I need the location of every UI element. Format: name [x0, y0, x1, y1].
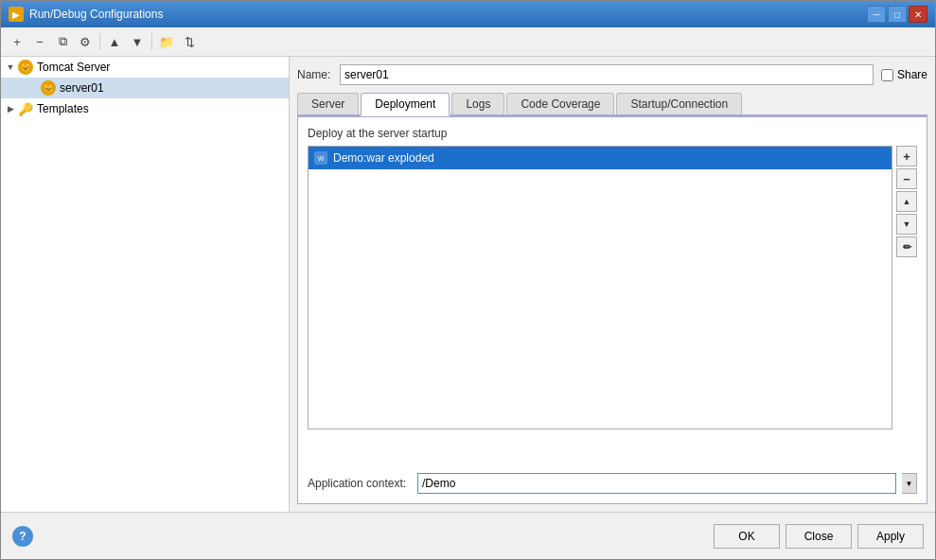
tab-deployment[interactable]: Deployment: [361, 93, 450, 116]
tomcat-arrow: ▼: [5, 61, 16, 73]
tab-server[interactable]: Server: [297, 93, 359, 114]
share-label: Share: [897, 68, 927, 81]
restore-button[interactable]: □: [888, 6, 907, 23]
deploy-item-0[interactable]: W Demo:war exploded: [309, 147, 892, 169]
templates-label: Templates: [37, 102, 89, 115]
separator-2: [151, 33, 152, 50]
main-content: ▼ 🐱 Tomcat Server 🐱 server01 ▶ 🔑 Templat…: [1, 57, 935, 512]
share-checkbox[interactable]: [881, 69, 893, 81]
app-context-dropdown[interactable]: ▼: [902, 473, 917, 494]
toolbar: + − ⧉ ⚙ ▲ ▼ 📁 ⇅: [1, 27, 935, 57]
deploy-list: W Demo:war exploded: [308, 146, 892, 429]
deploy-at-startup-label: Deploy at the server startup: [308, 127, 917, 140]
dialog-icon: ▶: [9, 7, 24, 22]
tree-group-templates[interactable]: ▶ 🔑 Templates: [1, 98, 289, 119]
title-controls: ─ □ ✕: [867, 6, 927, 23]
separator-1: [99, 33, 100, 50]
settings-button[interactable]: ⚙: [75, 31, 96, 52]
list-up-button[interactable]: ▲: [896, 191, 917, 212]
tree-item-server01[interactable]: 🐱 server01: [1, 78, 289, 98]
help-button[interactable]: ?: [12, 526, 33, 547]
app-context-input[interactable]: [417, 473, 896, 494]
tab-startup-connection[interactable]: Startup/Connection: [616, 93, 742, 114]
server01-label: server01: [60, 81, 104, 95]
tabs-container: Server Deployment Logs Code Coverage Sta…: [297, 93, 927, 116]
tab-logs[interactable]: Logs: [451, 93, 504, 114]
name-input[interactable]: [340, 64, 874, 85]
tab-content-deployment: Deploy at the server startup W Demo:war …: [297, 116, 927, 504]
add-config-button[interactable]: +: [7, 31, 27, 52]
close-dialog-button[interactable]: Close: [786, 524, 852, 549]
annotation-container: Application context: ▼: [308, 465, 917, 494]
minimize-button[interactable]: ─: [867, 6, 886, 23]
ok-button[interactable]: OK: [714, 524, 780, 549]
left-panel: ▼ 🐱 Tomcat Server 🐱 server01 ▶ 🔑 Templat…: [1, 57, 290, 512]
move-down-button[interactable]: ▼: [127, 31, 148, 52]
bottom-left: ?: [12, 526, 33, 547]
tomcat-group-label: Tomcat Server: [37, 61, 110, 74]
right-section: Name: Share Server Deployment Logs Code …: [290, 57, 935, 512]
tree-group-tomcat[interactable]: ▼ 🐱 Tomcat Server: [1, 57, 289, 78]
run-debug-dialog: ▶ Run/Debug Configurations ─ □ ✕ + − ⧉ ⚙…: [0, 0, 936, 560]
templates-icon: 🔑: [18, 101, 33, 116]
move-up-button[interactable]: ▲: [104, 31, 125, 52]
sort-button[interactable]: ⇅: [179, 31, 200, 52]
dialog-title: Run/Debug Configurations: [29, 8, 163, 21]
tab-code-coverage[interactable]: Code Coverage: [506, 93, 614, 114]
name-label: Name:: [297, 68, 340, 81]
tab-panel: Server Deployment Logs Code Coverage Sta…: [297, 93, 927, 504]
list-add-button[interactable]: +: [896, 146, 917, 166]
apply-button[interactable]: Apply: [857, 524, 924, 549]
folder-button[interactable]: 📁: [156, 31, 177, 52]
list-remove-button[interactable]: −: [896, 168, 917, 189]
title-bar-left: ▶ Run/Debug Configurations: [9, 7, 163, 22]
deploy-list-area: W Demo:war exploded + − ▲ ▼ ✏: [308, 146, 917, 465]
share-row: Share: [881, 68, 927, 81]
deploy-item-label-0: Demo:war exploded: [333, 151, 434, 165]
bottom-bar: ? OK Close Apply: [1, 512, 935, 559]
list-buttons: + − ▲ ▼ ✏: [896, 146, 917, 465]
remove-config-button[interactable]: −: [29, 31, 50, 52]
close-button[interactable]: ✕: [909, 6, 927, 23]
copy-config-button[interactable]: ⧉: [52, 31, 73, 52]
app-context-row: Application context: ▼: [308, 473, 917, 494]
server01-arrow: [27, 82, 39, 94]
server01-icon: 🐱: [41, 80, 56, 96]
list-edit-button[interactable]: ✏: [896, 236, 917, 257]
templates-arrow: ▶: [5, 103, 16, 114]
war-icon: W: [314, 151, 327, 165]
app-context-label: Application context:: [308, 477, 412, 490]
tomcat-group-icon: 🐱: [18, 60, 33, 75]
bottom-right: OK Close Apply: [714, 524, 924, 549]
list-down-button[interactable]: ▼: [896, 214, 917, 235]
title-bar: ▶ Run/Debug Configurations ─ □ ✕: [1, 1, 935, 27]
name-row: Name: Share: [297, 64, 927, 85]
